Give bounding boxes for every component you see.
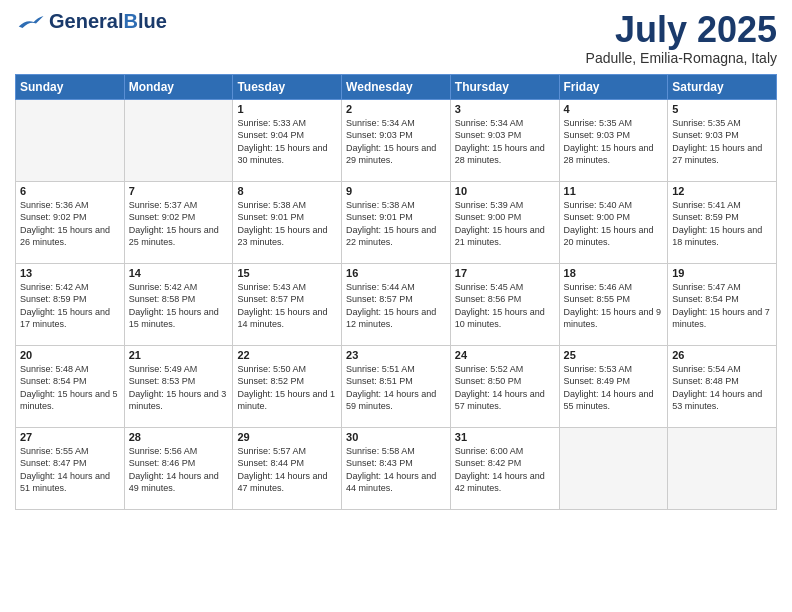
logo: GeneralBlue [15,10,167,33]
sun-info: Sunrise: 5:56 AMSunset: 8:46 PMDaylight:… [129,445,229,495]
sun-info: Sunrise: 6:00 AMSunset: 8:42 PMDaylight:… [455,445,555,495]
day-number: 19 [672,267,772,279]
table-row: 2Sunrise: 5:34 AMSunset: 9:03 PMDaylight… [342,99,451,181]
calendar-week-row: 13Sunrise: 5:42 AMSunset: 8:59 PMDayligh… [16,263,777,345]
sun-info: Sunrise: 5:44 AMSunset: 8:57 PMDaylight:… [346,281,446,331]
day-number: 26 [672,349,772,361]
table-row: 30Sunrise: 5:58 AMSunset: 8:43 PMDayligh… [342,427,451,509]
table-row: 24Sunrise: 5:52 AMSunset: 8:50 PMDayligh… [450,345,559,427]
table-row: 15Sunrise: 5:43 AMSunset: 8:57 PMDayligh… [233,263,342,345]
table-row: 3Sunrise: 5:34 AMSunset: 9:03 PMDaylight… [450,99,559,181]
day-number: 5 [672,103,772,115]
table-row: 14Sunrise: 5:42 AMSunset: 8:58 PMDayligh… [124,263,233,345]
sun-info: Sunrise: 5:35 AMSunset: 9:03 PMDaylight:… [564,117,664,167]
sun-info: Sunrise: 5:36 AMSunset: 9:02 PMDaylight:… [20,199,120,249]
sun-info: Sunrise: 5:58 AMSunset: 8:43 PMDaylight:… [346,445,446,495]
day-number: 16 [346,267,446,279]
table-row: 26Sunrise: 5:54 AMSunset: 8:48 PMDayligh… [668,345,777,427]
table-row: 28Sunrise: 5:56 AMSunset: 8:46 PMDayligh… [124,427,233,509]
page: GeneralBlue July 2025 Padulle, Emilia-Ro… [0,0,792,612]
day-number: 14 [129,267,229,279]
col-saturday: Saturday [668,74,777,99]
day-number: 10 [455,185,555,197]
table-row: 9Sunrise: 5:38 AMSunset: 9:01 PMDaylight… [342,181,451,263]
calendar-header-row: Sunday Monday Tuesday Wednesday Thursday… [16,74,777,99]
day-number: 11 [564,185,664,197]
sun-info: Sunrise: 5:47 AMSunset: 8:54 PMDaylight:… [672,281,772,331]
sun-info: Sunrise: 5:39 AMSunset: 9:00 PMDaylight:… [455,199,555,249]
day-number: 17 [455,267,555,279]
day-number: 6 [20,185,120,197]
sun-info: Sunrise: 5:46 AMSunset: 8:55 PMDaylight:… [564,281,664,331]
table-row [124,99,233,181]
day-number: 27 [20,431,120,443]
table-row: 20Sunrise: 5:48 AMSunset: 8:54 PMDayligh… [16,345,125,427]
location: Padulle, Emilia-Romagna, Italy [586,50,777,66]
day-number: 8 [237,185,337,197]
day-number: 12 [672,185,772,197]
table-row: 16Sunrise: 5:44 AMSunset: 8:57 PMDayligh… [342,263,451,345]
sun-info: Sunrise: 5:42 AMSunset: 8:59 PMDaylight:… [20,281,120,331]
day-number: 2 [346,103,446,115]
day-number: 22 [237,349,337,361]
table-row: 8Sunrise: 5:38 AMSunset: 9:01 PMDaylight… [233,181,342,263]
sun-info: Sunrise: 5:34 AMSunset: 9:03 PMDaylight:… [455,117,555,167]
table-row: 25Sunrise: 5:53 AMSunset: 8:49 PMDayligh… [559,345,668,427]
calendar-week-row: 20Sunrise: 5:48 AMSunset: 8:54 PMDayligh… [16,345,777,427]
col-friday: Friday [559,74,668,99]
table-row: 5Sunrise: 5:35 AMSunset: 9:03 PMDaylight… [668,99,777,181]
day-number: 18 [564,267,664,279]
table-row: 12Sunrise: 5:41 AMSunset: 8:59 PMDayligh… [668,181,777,263]
table-row: 18Sunrise: 5:46 AMSunset: 8:55 PMDayligh… [559,263,668,345]
month-title: July 2025 [586,10,777,50]
col-sunday: Sunday [16,74,125,99]
day-number: 28 [129,431,229,443]
calendar-table: Sunday Monday Tuesday Wednesday Thursday… [15,74,777,510]
sun-info: Sunrise: 5:49 AMSunset: 8:53 PMDaylight:… [129,363,229,413]
table-row: 1Sunrise: 5:33 AMSunset: 9:04 PMDaylight… [233,99,342,181]
day-number: 3 [455,103,555,115]
table-row [668,427,777,509]
table-row: 29Sunrise: 5:57 AMSunset: 8:44 PMDayligh… [233,427,342,509]
sun-info: Sunrise: 5:38 AMSunset: 9:01 PMDaylight:… [346,199,446,249]
sun-info: Sunrise: 5:35 AMSunset: 9:03 PMDaylight:… [672,117,772,167]
day-number: 15 [237,267,337,279]
day-number: 9 [346,185,446,197]
table-row: 6Sunrise: 5:36 AMSunset: 9:02 PMDaylight… [16,181,125,263]
sun-info: Sunrise: 5:54 AMSunset: 8:48 PMDaylight:… [672,363,772,413]
title-block: July 2025 Padulle, Emilia-Romagna, Italy [586,10,777,66]
sun-info: Sunrise: 5:50 AMSunset: 8:52 PMDaylight:… [237,363,337,413]
table-row [16,99,125,181]
table-row: 23Sunrise: 5:51 AMSunset: 8:51 PMDayligh… [342,345,451,427]
day-number: 31 [455,431,555,443]
day-number: 24 [455,349,555,361]
sun-info: Sunrise: 5:53 AMSunset: 8:49 PMDaylight:… [564,363,664,413]
day-number: 23 [346,349,446,361]
sun-info: Sunrise: 5:43 AMSunset: 8:57 PMDaylight:… [237,281,337,331]
day-number: 20 [20,349,120,361]
sun-info: Sunrise: 5:38 AMSunset: 9:01 PMDaylight:… [237,199,337,249]
logo-bird-icon [15,13,45,31]
table-row: 31Sunrise: 6:00 AMSunset: 8:42 PMDayligh… [450,427,559,509]
sun-info: Sunrise: 5:37 AMSunset: 9:02 PMDaylight:… [129,199,229,249]
table-row [559,427,668,509]
sun-info: Sunrise: 5:57 AMSunset: 8:44 PMDaylight:… [237,445,337,495]
calendar-week-row: 6Sunrise: 5:36 AMSunset: 9:02 PMDaylight… [16,181,777,263]
sun-info: Sunrise: 5:33 AMSunset: 9:04 PMDaylight:… [237,117,337,167]
table-row: 21Sunrise: 5:49 AMSunset: 8:53 PMDayligh… [124,345,233,427]
sun-info: Sunrise: 5:51 AMSunset: 8:51 PMDaylight:… [346,363,446,413]
table-row: 11Sunrise: 5:40 AMSunset: 9:00 PMDayligh… [559,181,668,263]
calendar-week-row: 27Sunrise: 5:55 AMSunset: 8:47 PMDayligh… [16,427,777,509]
day-number: 21 [129,349,229,361]
table-row: 10Sunrise: 5:39 AMSunset: 9:00 PMDayligh… [450,181,559,263]
day-number: 13 [20,267,120,279]
day-number: 25 [564,349,664,361]
calendar-week-row: 1Sunrise: 5:33 AMSunset: 9:04 PMDaylight… [16,99,777,181]
sun-info: Sunrise: 5:48 AMSunset: 8:54 PMDaylight:… [20,363,120,413]
table-row: 22Sunrise: 5:50 AMSunset: 8:52 PMDayligh… [233,345,342,427]
col-wednesday: Wednesday [342,74,451,99]
header: GeneralBlue July 2025 Padulle, Emilia-Ro… [15,10,777,66]
day-number: 30 [346,431,446,443]
day-number: 1 [237,103,337,115]
table-row: 17Sunrise: 5:45 AMSunset: 8:56 PMDayligh… [450,263,559,345]
